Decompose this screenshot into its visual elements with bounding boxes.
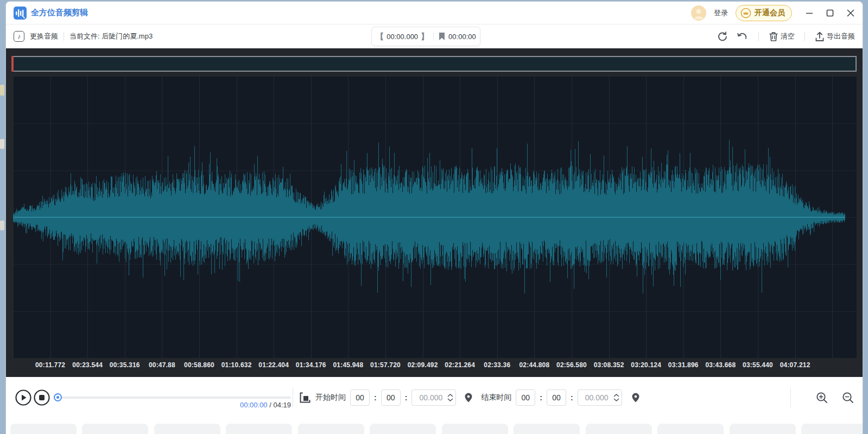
end-seconds-spinner[interactable] xyxy=(613,394,619,401)
waveform-minimap[interactable] xyxy=(11,56,857,72)
maximize-button[interactable] xyxy=(826,9,834,17)
time-tick: 04:07.212 xyxy=(780,361,810,369)
zoom-in-icon[interactable] xyxy=(816,392,828,404)
current-time: 00:00:00 xyxy=(240,401,268,409)
colon: : xyxy=(374,393,377,402)
divider xyxy=(790,388,791,407)
current-file-label: 当前文件: 后陡门的夏.mp3 xyxy=(69,32,153,41)
bracket-right-icon: 】 xyxy=(421,32,429,42)
start-minute-input[interactable] xyxy=(381,389,401,406)
time-tick: 02:44.808 xyxy=(519,361,549,369)
open-membership-button[interactable]: 开通会员 xyxy=(736,5,792,21)
time-tick: 03:20.124 xyxy=(631,361,661,369)
select-range-icon[interactable] xyxy=(299,392,311,404)
change-audio-button[interactable]: ♪ 更换音频 xyxy=(14,31,58,42)
time-tick: 01:45.948 xyxy=(333,361,363,369)
zoom-out-icon[interactable] xyxy=(842,392,854,404)
music-note-icon: ♪ xyxy=(14,31,24,42)
change-audio-label: 更换音频 xyxy=(30,32,58,41)
title-bar: 全方位音频剪辑 登录 开通会员 xyxy=(6,2,863,24)
time-tick: 00:11.772 xyxy=(35,361,65,369)
end-seconds-value: 00.000 xyxy=(582,393,611,402)
trash-icon xyxy=(769,32,778,42)
member-label: 开通会员 xyxy=(755,8,785,18)
time-tick: 01:22.404 xyxy=(258,361,289,369)
crown-icon xyxy=(740,8,751,18)
time-tick: 03:55.440 xyxy=(743,361,773,369)
clear-button[interactable]: 清空 xyxy=(769,32,795,42)
effect-card[interactable] xyxy=(657,424,724,434)
effect-card[interactable] xyxy=(298,424,364,434)
selection-time-box: 【 00:00.000 】 00:00:00 xyxy=(371,27,480,46)
set-end-pin-icon[interactable] xyxy=(631,392,641,403)
divider xyxy=(64,32,64,41)
progress-text: 00:00:00 / 04:19 xyxy=(185,401,291,409)
time-tick: 02:33.36 xyxy=(484,361,510,369)
undo-button[interactable] xyxy=(737,31,749,42)
playback-controls: 00:00:00 / 04:19 开始时间 : : 00.000 xyxy=(6,377,863,422)
colon: : xyxy=(540,393,542,402)
play-button[interactable] xyxy=(15,389,32,406)
chevron-up-icon xyxy=(447,394,453,397)
time-tick: 02:09.492 xyxy=(408,361,438,369)
login-button[interactable]: 登录 xyxy=(714,8,728,18)
redo-button[interactable] xyxy=(717,31,728,42)
time-tick: 00:23.544 xyxy=(72,361,103,369)
start-seconds-spinner[interactable] xyxy=(447,394,453,401)
divider xyxy=(758,32,759,41)
start-time-label: 开始时间 xyxy=(315,393,346,402)
divider xyxy=(804,32,805,41)
effect-card[interactable] xyxy=(442,424,508,434)
effect-card[interactable] xyxy=(514,424,580,434)
avatar[interactable] xyxy=(691,5,706,21)
time-separator: / xyxy=(268,401,274,409)
selection-duration: 00:00.000 xyxy=(387,33,418,41)
effect-card[interactable] xyxy=(82,424,148,434)
start-hour-input[interactable] xyxy=(350,389,370,406)
time-tick: 03:08.352 xyxy=(594,361,624,369)
file-toolbar: ♪ 更换音频 当前文件: 后陡门的夏.mp3 【 00:00.000 】 00:… xyxy=(6,24,863,48)
export-audio-button[interactable]: 导出音频 xyxy=(815,32,855,42)
app-title: 全方位音频剪辑 xyxy=(31,8,88,18)
colon: : xyxy=(571,393,573,402)
range-group: 开始时间 : : 00.000 结束时间 : : 00.000 xyxy=(299,389,641,406)
effect-card[interactable] xyxy=(370,424,436,434)
effect-card[interactable] xyxy=(226,424,292,434)
waveform-panel: 00:11.77200:23.54400:35.31600:47.8800:58… xyxy=(6,48,863,377)
effect-card[interactable] xyxy=(801,424,863,434)
time-tick: 00:47.88 xyxy=(149,361,175,369)
redo-icon xyxy=(717,31,728,42)
minimap-playhead[interactable] xyxy=(11,56,14,72)
time-tick: 01:10.632 xyxy=(221,361,252,369)
chevron-down-icon xyxy=(447,398,453,401)
slider-handle[interactable] xyxy=(54,393,62,401)
effect-card[interactable] xyxy=(730,424,796,434)
time-tick: 02:56.580 xyxy=(556,361,587,369)
divider xyxy=(293,388,293,407)
playback-slider[interactable] xyxy=(54,397,291,399)
time-tick: 01:34.176 xyxy=(296,361,326,369)
end-minute-input[interactable] xyxy=(547,389,566,406)
undo-icon xyxy=(737,31,749,42)
divider xyxy=(433,33,434,40)
effect-card[interactable] xyxy=(586,424,652,434)
end-time-label: 结束时间 xyxy=(481,393,511,402)
effect-card[interactable] xyxy=(10,424,77,434)
close-button[interactable] xyxy=(846,9,855,17)
time-tick: 02:21.264 xyxy=(445,361,475,369)
start-seconds-box[interactable]: 00.000 xyxy=(411,389,456,406)
zoom-group xyxy=(816,389,854,406)
time-tick: 00:35.316 xyxy=(110,361,140,369)
effects-cards-row xyxy=(6,422,863,434)
end-seconds-box[interactable]: 00.000 xyxy=(578,389,622,406)
stop-button[interactable] xyxy=(33,389,50,406)
waveform-canvas[interactable] xyxy=(13,77,857,358)
time-tick: 03:31.896 xyxy=(668,361,699,369)
end-hour-input[interactable] xyxy=(516,389,535,406)
time-tick: 01:57.720 xyxy=(370,361,401,369)
export-icon xyxy=(815,32,825,42)
set-start-pin-icon[interactable] xyxy=(464,392,473,403)
bracket-left-icon: 【 xyxy=(376,32,384,42)
effect-card[interactable] xyxy=(154,424,220,434)
minimize-button[interactable] xyxy=(805,9,814,17)
